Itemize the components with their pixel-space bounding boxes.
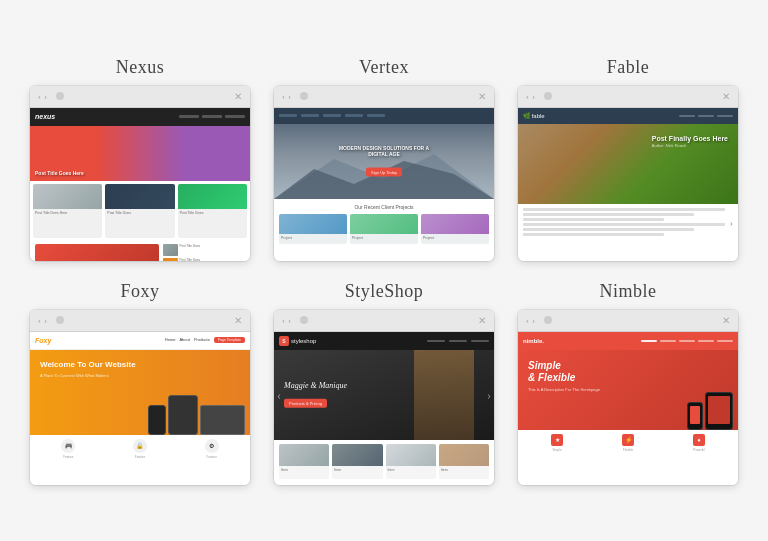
vertex-close-icon: ✕ [478,91,486,102]
fable-browser-frame[interactable]: ‹ › ✕ 🌿 fable [518,86,738,261]
nimble-feature-1-label: Simple [552,448,561,452]
styleshop-logo: S styleshop [279,336,316,346]
foxy-icon-label-2: Feature [135,455,145,459]
fable-arrow-icon: › [730,208,733,238]
nimble-theme-nav [641,340,733,342]
foxy-browser-frame[interactable]: ‹ › ✕ Foxy Home About Products Page Temp… [30,310,250,485]
nexus-back-icon: ‹ [38,92,41,101]
fable-text-line-2 [523,213,694,216]
foxy-icon-label-1: Feature [63,455,73,459]
nimble-back-icon: ‹ [526,316,529,325]
theme-fable[interactable]: Fable ‹ › ✕ 🌿 fable [518,57,738,261]
fable-browser-content: 🌿 fable Post Finally Goes Here Author: N… [518,108,738,261]
styleshop-browser-frame[interactable]: ‹ › ✕ S styleshop [274,310,494,485]
vertex-nav-item-4 [345,114,363,117]
nimble-theme-content: nimble. Simple & Flexible [518,332,738,485]
nexus-card-1-text: Post Title Goes Here [33,209,102,217]
fable-browser-bar: ‹ › ✕ [518,86,738,108]
nexus-card-2-text: Post Title Goes [105,209,174,217]
theme-vertex[interactable]: Vertex ‹ › ✕ [274,57,494,261]
nexus-hero-text: Post Title Goes Here [35,170,84,176]
vertex-url-bar [300,92,308,100]
styleshop-product-1-label: Item [279,466,329,474]
foxy-nav-about: About [179,337,189,343]
foxy-devices [148,395,245,435]
theme-nexus[interactable]: Nexus ‹ › ✕ nexus [30,57,250,261]
nimble-tablet-screen [708,396,730,424]
styleshop-back-icon: ‹ [282,316,285,325]
foxy-theme-content: Foxy Home About Products Page Template W… [30,332,250,485]
vertex-browser-frame[interactable]: ‹ › ✕ [274,86,494,261]
nexus-card-1-image [33,184,102,209]
nexus-nav-item-2 [202,115,222,118]
fable-nav-item-1 [679,115,695,117]
nimble-hero: Simple & Flexible This Is A Description … [518,350,738,430]
nimble-forward-icon: › [532,316,535,325]
nexus-side-image-2 [163,258,178,261]
foxy-forward-icon: › [44,316,47,325]
styleshop-product-4: Item [439,444,489,479]
vertex-hero-text: MODERN DESIGN SOLUTIONS FOR A DIGITAL AG… [329,145,439,178]
vertex-body: Our Recent Client Projects Project Proje… [274,199,494,249]
themes-grid: Nexus ‹ › ✕ nexus [0,37,768,505]
styleshop-hero: Maggie & Manique Products & Pricing ‹ › [274,350,494,440]
nimble-nav-item-3 [679,340,695,342]
vertex-nav-item-5 [367,114,385,117]
styleshop-cta-button: Products & Pricing [284,399,327,408]
foxy-back-icon: ‹ [38,316,41,325]
vertex-theme-content: MODERN DESIGN SOLUTIONS FOR A DIGITAL AG… [274,108,494,261]
nexus-side-item-1: Post Title Goes [163,244,245,256]
foxy-lock-icon: 🔒 [133,439,147,453]
foxy-hero: Welcome To Our Website A Place To Connec… [30,350,250,435]
fable-title: Fable [607,57,650,78]
vertex-forward-icon: › [288,92,291,101]
nimble-phone-device [687,402,703,430]
nexus-browser-bar: ‹ › ✕ [30,86,250,108]
nexus-theme-content: nexus Post Title Goes Here [30,108,250,261]
styleshop-theme-nav [427,340,489,342]
styleshop-close-icon: ✕ [478,315,486,326]
vertex-headline: MODERN DESIGN SOLUTIONS FOR A DIGITAL AG… [329,145,439,157]
nimble-browser-frame[interactable]: ‹ › ✕ nimble. [518,310,738,485]
nimble-browser-content: nimble. Simple & Flexible [518,332,738,485]
foxy-icon-item-2: 🔒 Feature [133,439,147,459]
nimble-browser-nav: ‹ › [526,316,535,325]
nimble-feature-2-icon: ⚡ [622,434,634,446]
vertex-cta-button: Sign Up Today [366,168,402,177]
theme-foxy[interactable]: Foxy ‹ › ✕ Foxy Home About Produ [30,281,250,485]
theme-styleshop[interactable]: StyleShop ‹ › ✕ S styleshop [274,281,494,485]
fable-theme-header: 🌿 fable [518,108,738,124]
foxy-browser-content: Foxy Home About Products Page Template W… [30,332,250,485]
styleshop-product-4-img [439,444,489,466]
vertex-project-1: Project [279,214,347,244]
fable-text-line-6 [523,233,664,236]
nimble-body: ★ Simple ⚡ Flexible ♦ Powerful [518,430,738,456]
vertex-project-2-img [350,214,418,234]
nimble-feature-3: ♦ Powerful [665,434,733,452]
styleshop-product-3-label: Item [386,466,436,474]
nexus-sidebar: Post Title Goes Post Title Goes [163,244,245,261]
nexus-forward-icon: › [44,92,47,101]
foxy-laptop-device [200,405,245,435]
foxy-nav-products: Products [194,337,210,343]
vertex-project-1-img [279,214,347,234]
fable-post-title: Post Finally Goes Here [652,134,728,143]
fable-browser-nav: ‹ › [526,92,535,101]
nexus-browser-nav: ‹ › [38,92,47,101]
foxy-theme-nav: Home About Products Page Template [165,337,245,343]
vertex-title: Vertex [359,57,409,78]
nexus-browser-frame[interactable]: ‹ › ✕ nexus [30,86,250,261]
nexus-card-2: Post Title Goes [105,184,174,238]
nimble-hero-title-part1: Simple [528,360,561,371]
theme-nimble[interactable]: Nimble ‹ › ✕ nimble. [518,281,738,485]
nimble-close-icon: ✕ [722,315,730,326]
fable-body: › [518,204,738,242]
styleshop-hero-title: Maggie & Manique [284,380,347,390]
styleshop-product-2-label: Item [332,466,382,474]
nexus-side-item-2: Post Title Goes [163,258,245,261]
styleshop-nav-item-3 [471,340,489,342]
nimble-feature-1: ★ Simple [523,434,591,452]
nimble-devices [687,392,733,430]
foxy-settings-icon: ⚙ [205,439,219,453]
nimble-title: Nimble [600,281,657,302]
